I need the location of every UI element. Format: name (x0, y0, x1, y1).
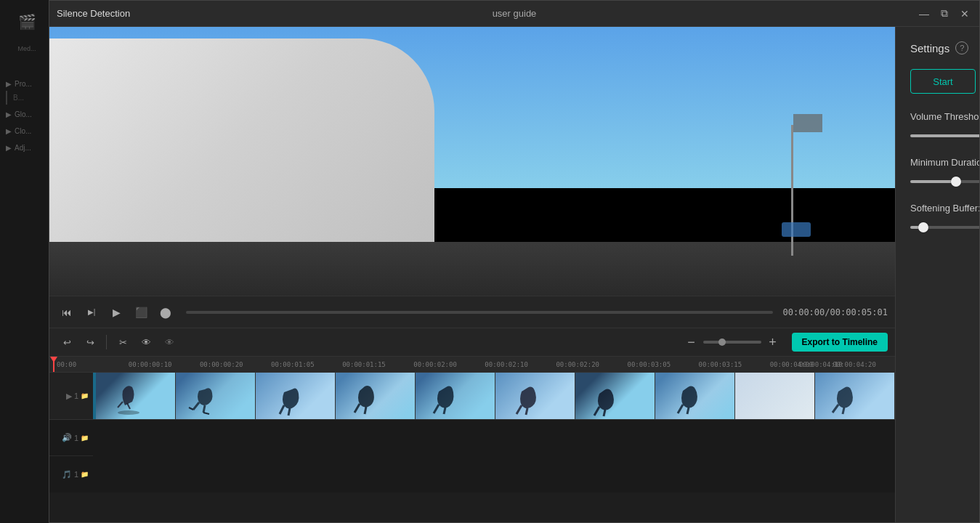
frame-content-7 (575, 373, 655, 419)
redo-button[interactable]: ↪ (80, 332, 100, 352)
track-content (93, 373, 895, 492)
playhead[interactable] (53, 357, 54, 372)
settings-title: Settings (910, 42, 949, 54)
zoom-in-button[interactable]: + (763, 332, 783, 352)
ruler-track: 00:00 00:00:00:10 00:00:00:20 00:00:01:0… (53, 357, 891, 372)
stop-button[interactable]: ⬛ (131, 302, 151, 323)
video-filmstrip-track[interactable] (93, 373, 895, 420)
modal-title: Silence Detection (57, 8, 130, 19)
ruler-marker-2: 00:00:00:20 (200, 361, 243, 368)
title-bar-controls: — ⧉ ✕ (917, 7, 972, 21)
undo-button[interactable]: ↩ (57, 332, 77, 352)
film-frame-1 (96, 373, 176, 419)
settings-header: Settings ? (910, 41, 979, 54)
svg-line-2 (203, 413, 209, 414)
minimum-duration-group: Minimum Duration: 0.5 s (910, 157, 979, 187)
progress-bar[interactable] (186, 311, 773, 314)
playhead-triangle (50, 357, 57, 362)
volume-threshold-label: Volume Threshold: (910, 111, 979, 122)
film-frame-7 (575, 373, 655, 419)
softening-buffer-slider[interactable] (910, 226, 979, 229)
volume-threshold-slider[interactable] (910, 134, 979, 137)
zoom-controls: − + (681, 332, 783, 352)
title-bar-left: Silence Detection (57, 8, 130, 19)
timeline-ruler: 00:00 00:00:00:10 00:00:00:20 00:00:01:0… (49, 357, 895, 373)
audio-waveform (93, 420, 895, 456)
skater-silhouette-8 (667, 382, 710, 418)
video-track-number: 1 (74, 392, 78, 400)
skater-silhouette-4 (344, 382, 388, 418)
frame-content-9 (735, 373, 814, 419)
skater-silhouette-3 (267, 384, 310, 419)
minimize-button[interactable]: — (917, 7, 931, 21)
film-frame-6 (495, 373, 575, 419)
skater-silhouette-1 (107, 380, 150, 416)
ruler-marker-5: 00:00:02:00 (413, 361, 457, 368)
skater-silhouette-10 (822, 382, 866, 418)
music-track-number: 1 (74, 470, 78, 479)
ruler-marker-12: 00:00:04:20 (833, 361, 876, 368)
frame-content-10 (815, 373, 894, 419)
blue-accent (782, 222, 811, 237)
main-content: ⏮ ▶| ▶ ⬛ ⬤ 00:00:00/00:00:05:01 ↩ ↪ ✂ 👁 … (49, 27, 979, 522)
playback-controls: ⏮ ▶| ▶ ⬛ ⬤ 00:00:00/00:00:05:01 (49, 296, 895, 328)
frame-content-5 (416, 373, 495, 419)
ruler-marker-9: 00:00:03:15 (699, 361, 742, 368)
skip-back-button[interactable]: ⏮ (57, 302, 77, 323)
volume-threshold-group: Volume Threshold: 44 % (910, 111, 979, 141)
play-button[interactable]: ▶ (106, 302, 126, 323)
settings-panel: Settings ? Start Volume Threshold: 44 % … (895, 27, 979, 522)
minimum-duration-label: Minimum Duration: (910, 157, 979, 168)
ground-shape (49, 242, 895, 296)
user-guide-label: user guide (493, 8, 537, 19)
time-display: 00:00:00/00:00:05:01 (783, 307, 888, 317)
ruler-marker-6: 00:00:02:10 (485, 361, 528, 368)
zoom-out-button[interactable]: − (681, 332, 702, 352)
eye-slash-button[interactable]: 👁 (159, 332, 179, 352)
frame-back-button[interactable]: ▶| (81, 302, 102, 323)
video-frame (49, 27, 895, 296)
film-frame-5 (416, 373, 495, 419)
export-to-timeline-button[interactable]: Export to Timeline (792, 333, 888, 352)
modal-center-title: user guide (493, 8, 537, 19)
maximize-button[interactable]: ⧉ (937, 7, 952, 21)
filmstrip (96, 373, 895, 419)
film-frame-8 (655, 373, 735, 419)
start-button[interactable]: Start (910, 69, 976, 94)
ruler-marker-8: 00:00:03:05 (627, 361, 671, 368)
audio-track-number: 1 (74, 434, 78, 442)
music-track-folder-icon: 📁 (81, 471, 89, 478)
minimum-duration-slider-row: 0.5 s (910, 177, 979, 187)
frame-content-2 (176, 373, 255, 419)
svg-line-1 (189, 408, 193, 410)
skater-silhouette-5 (423, 382, 466, 418)
eye-button[interactable]: 👁 (136, 332, 156, 352)
skater-silhouette-7 (584, 384, 628, 419)
ruler-marker-1: 00:00:00:10 (129, 361, 172, 368)
frame-content-3 (256, 373, 335, 419)
svg-point-0 (118, 410, 139, 415)
frame-content-1 (96, 373, 175, 419)
skater-silhouette-6 (506, 382, 549, 418)
music-track-icon: 🎵 (62, 470, 72, 479)
video-track-folder-icon: 📁 (81, 392, 89, 400)
silence-detection-modal: Silence Detection user guide — ⧉ ✕ (49, 0, 980, 523)
minimum-duration-slider[interactable] (910, 180, 979, 183)
film-frame-9 (735, 373, 815, 419)
help-icon[interactable]: ? (955, 41, 968, 54)
film-frame-2 (176, 373, 256, 419)
frame-content-6 (495, 373, 575, 419)
softening-buffer-label: Softening Buffer: (910, 203, 979, 214)
softening-buffer-group: Softening Buffer: 0.1 s (910, 203, 979, 232)
music-track[interactable] (93, 456, 895, 492)
audio-track[interactable] (93, 420, 895, 456)
frame-content-8 (655, 373, 734, 419)
audio-track-icon: 🔊 (62, 433, 72, 442)
cut-button[interactable]: ✂ (113, 332, 133, 352)
zoom-slider[interactable] (703, 341, 761, 344)
volume-threshold-slider-row: 44 % (910, 131, 979, 141)
skater-silhouette-2 (183, 382, 227, 418)
close-button[interactable]: ✕ (957, 7, 972, 21)
loop-button[interactable]: ⬤ (155, 302, 176, 323)
music-track-label: 🎵 1 📁 (49, 456, 93, 492)
